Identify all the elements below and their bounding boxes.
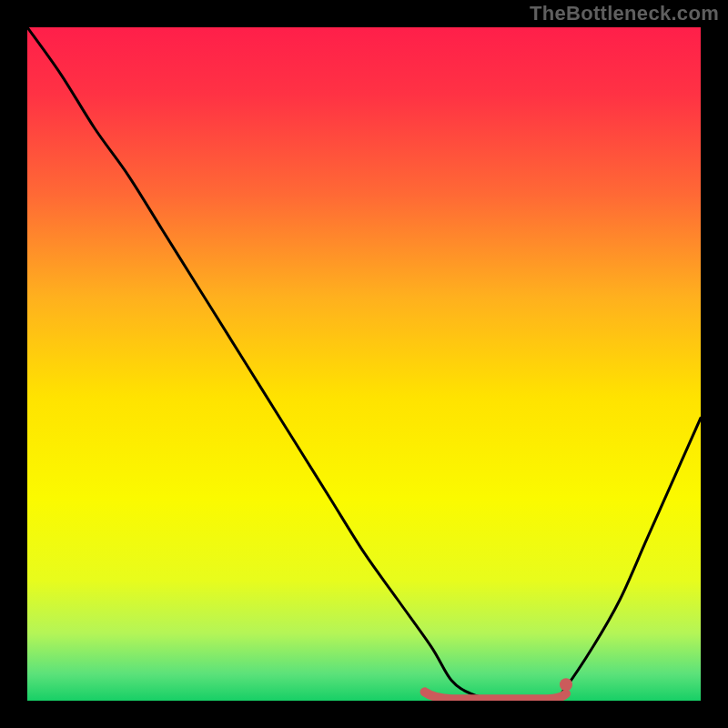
gradient-background — [27, 27, 701, 701]
chart-frame: TheBottleneck.com — [0, 0, 728, 728]
highlight-end-dot — [560, 678, 572, 691]
chart-svg — [27, 27, 701, 701]
chart-plot-area — [27, 27, 701, 701]
watermark-text: TheBottleneck.com — [530, 2, 719, 25]
